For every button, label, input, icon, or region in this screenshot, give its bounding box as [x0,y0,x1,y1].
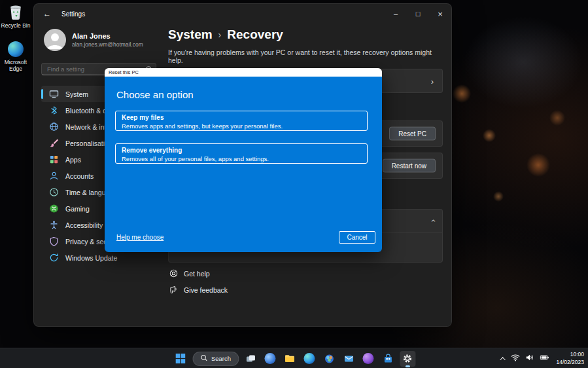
help-me-choose-link[interactable]: Help me choose [116,234,164,241]
brush-icon [49,138,59,148]
footer-links: Get help Give feedback [169,269,228,302]
feedback-icon [169,285,178,294]
page-title: Recovery [227,28,283,42]
taskbar: Search [0,348,588,368]
user-profile[interactable]: Alan Jones alan.jones.wm@hotmail.com [44,29,168,51]
get-help-link[interactable]: Get help [169,269,228,278]
windows-logo-icon [175,354,185,363]
battery-icon[interactable] [540,353,549,365]
dialog-heading: Choose an option [116,89,194,100]
edge-label: Microsoft Edge [0,59,31,72]
chevron-right-icon: › [431,76,434,86]
xbox-icon [49,204,59,213]
recycle-bin-shortcut[interactable]: Recycle Bin [0,4,31,29]
reset-pc-button[interactable]: Reset PC [389,127,436,141]
titlebar: ← Settings – □ × [34,4,451,24]
minimize-button[interactable]: – [385,4,407,24]
keep-my-files-option[interactable]: Keep my files Removes apps and settings,… [115,111,368,131]
chevron-up-icon[interactable] [500,357,506,362]
photos-icon [324,354,334,364]
sidebar-item-label: Accounts [65,172,94,180]
person-icon [49,171,59,181]
file-explorer-button[interactable] [282,351,298,367]
breadcrumb-system[interactable]: System [168,28,213,42]
task-view-button[interactable] [243,351,258,367]
widgets-icon [265,353,276,364]
shield-icon [49,236,59,246]
update-icon [49,253,59,263]
sidebar-item-label: Accessibility [65,221,103,229]
breadcrumb: System › Recovery [168,28,451,42]
user-email: alan.jones.wm@hotmail.com [72,41,143,48]
clock-icon [49,187,59,197]
remove-everything-option[interactable]: Remove everything Removes all of your pe… [115,143,368,164]
taskbar-search[interactable]: Search [192,352,239,366]
sidebar-item-label: Windows Update [65,254,117,262]
sidebar-item-label: Apps [65,156,81,164]
clipchamp-button[interactable] [360,351,376,367]
clock-date: 14/02/2023 [556,359,584,366]
edge-icon [304,353,315,364]
mail-button[interactable] [341,351,356,367]
page-description: If you're having problems with your PC o… [168,48,436,64]
get-help-icon [169,269,178,278]
sidebar-item-label: Gaming [65,205,90,213]
system-icon [49,89,59,99]
globe-icon [49,122,59,132]
recycle-bin-icon [0,4,31,21]
recycle-bin-label: Recycle Bin [0,22,31,29]
taskbar-clock[interactable]: 10:00 14/02/2023 [555,351,584,365]
user-name: Alan Jones [72,32,143,40]
accessibility-icon [49,220,59,230]
get-help-label: Get help [184,270,210,278]
search-label: Search [211,355,231,362]
photos-button[interactable] [321,351,337,367]
settings-button[interactable] [400,351,415,367]
option-description: Removes apps and settings, but keeps you… [122,122,361,130]
give-feedback-link[interactable]: Give feedback [169,285,228,294]
mail-icon [343,354,354,364]
edge-button[interactable] [302,351,317,367]
edge-icon [0,41,31,58]
store-icon [383,354,393,364]
clock-time: 10:00 [556,351,584,358]
option-title: Keep my files [122,113,361,122]
avatar [44,29,66,51]
taskbar-center: Search [173,348,415,368]
maximize-button[interactable]: □ [407,4,429,24]
clipchamp-icon [363,353,374,364]
store-button[interactable] [380,351,396,367]
breadcrumb-chevron-icon: › [218,29,222,40]
gear-icon [403,354,413,363]
chevron-up-icon[interactable]: › [427,219,437,222]
cancel-button[interactable]: Cancel [339,231,375,244]
dialog-titlebar: Reset this PC [105,68,382,77]
edge-shortcut[interactable]: Microsoft Edge [0,41,31,72]
apps-grid-icon [49,155,59,164]
give-feedback-label: Give feedback [184,286,228,294]
window-title: Settings [61,10,85,18]
close-button[interactable]: × [429,4,451,24]
search-icon [200,354,207,363]
dialog-body: Choose an option Keep my files Removes a… [105,77,382,252]
widgets-button[interactable] [262,351,278,367]
option-description: Removes all of your personal files, apps… [122,155,361,163]
sidebar-item-label: System [65,90,88,98]
back-icon[interactable]: ← [43,9,56,18]
file-explorer-icon [285,353,296,364]
bluetooth-icon [49,105,59,115]
reset-this-pc-dialog: Reset this PC Choose an option Keep my f… [105,68,382,252]
volume-icon[interactable] [525,353,534,365]
start-button[interactable] [173,351,188,367]
task-view-icon [245,354,256,364]
restart-now-button[interactable]: Restart now [383,159,436,173]
system-tray: 10:00 14/02/2023 [502,348,584,368]
option-title: Remove everything [122,146,361,155]
wifi-icon[interactable] [511,353,520,365]
